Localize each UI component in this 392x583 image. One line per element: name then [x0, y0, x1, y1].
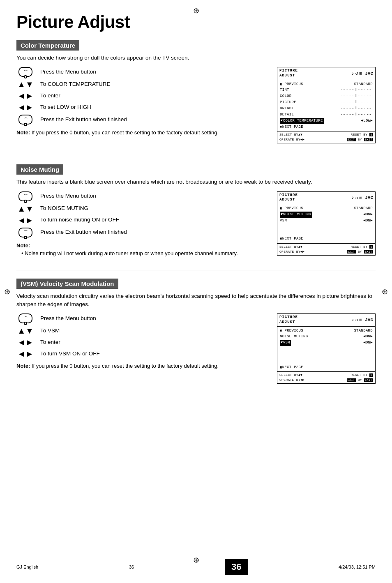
instruction-row-1: ▲▼To COLOR TEMPERATURE	[16, 80, 265, 88]
right-crosshair: ⊕	[382, 287, 388, 296]
page-number: 36	[225, 559, 248, 575]
instruction-text-2: To enter	[40, 92, 60, 100]
instruction-row-0: ⌒Press the Menu button	[16, 67, 265, 77]
footer-left: GJ English	[16, 565, 38, 569]
page-title: Picture Adjust	[16, 12, 376, 32]
note-noise-muting: Note:Noise muting will not work during a…	[16, 242, 265, 258]
page-footer: GJ English 36 36 4/24/03, 12:51 PM	[16, 559, 376, 575]
instruction-row-2: ◄►To enter	[16, 338, 265, 346]
instruction-text-3: Press the Exit button when finished	[40, 228, 127, 236]
instruction-row-2: ◄►To turn noise muting ON or OFF	[16, 216, 265, 224]
osd-display: PICTURE ADJUST♪↺⊞JVC▣ PREVIOUSSTANDARD☛N…	[277, 191, 376, 256]
instruction-text-2: To turn noise muting ON or OFF	[40, 216, 119, 224]
instruction-text-3: To turn VSM ON or OFF	[40, 350, 100, 358]
instruction-row-3: ◄►To set LOW or HIGH	[16, 103, 265, 111]
instruction-text-0: Press the Menu button	[40, 192, 96, 200]
osd-display: PICTURE ADJUST♪↺⊞JVC▣ PREVIOUSSTANDARDNO…	[277, 313, 376, 384]
instruction-row-0: ⌒Press the Menu button	[16, 191, 265, 201]
instruction-row-3: ⌒Press the Exit button when finished	[16, 228, 265, 237]
section-noise-muting: Noise MutingThis feature inserts a blank…	[16, 164, 376, 257]
instruction-text-0: Press the Menu button	[40, 68, 96, 76]
section-vsm: (VSM) Velocity Scan ModulationVelocity s…	[16, 279, 376, 384]
osd-display: PICTURE ADJUST♪↺⊞JVC▣ PREVIOUSSTANDARDTI…	[277, 67, 376, 143]
instruction-text-1: To COLOR TEMPERATURE	[40, 81, 111, 88]
section-desc-color-temperature: You can decide how strong or dull the co…	[16, 54, 376, 62]
instruction-row-2: ◄►To enter	[16, 92, 265, 100]
footer-right: 4/24/03, 12:51 PM	[339, 565, 376, 569]
instruction-row-3: ◄►To turn VSM ON or OFF	[16, 350, 265, 358]
instruction-icon-0: ⌒	[16, 191, 35, 201]
instruction-icon-4: ⌒	[16, 115, 35, 124]
instruction-icon-3: ⌒	[16, 228, 35, 237]
note-vsm: Note: If you press the 0 button, you can…	[16, 362, 265, 370]
instruction-text-2: To enter	[40, 339, 60, 346]
section-header-color-temperature: Color Temperature	[16, 40, 79, 51]
instruction-text-1: To NOISE MUTING	[40, 205, 88, 212]
instruction-icon-3: ◄►	[16, 350, 35, 358]
note-color-temperature: Note: If you press the 0 button, you can…	[16, 129, 265, 137]
instruction-icon-2: ◄►	[16, 216, 35, 224]
instruction-row-1: ▲▼To VSM	[16, 327, 265, 335]
instruction-text-1: To VSM	[40, 327, 60, 335]
instruction-icon-0: ⌒	[16, 313, 35, 323]
instruction-icon-2: ◄►	[16, 338, 35, 346]
instruction-text-0: Press the Menu button	[40, 315, 96, 323]
instruction-row-4: ⌒Press the Exit button when finished	[16, 115, 265, 124]
top-crosshair: ⊕	[193, 6, 199, 15]
instruction-row-1: ▲▼To NOISE MUTING	[16, 205, 265, 213]
instruction-row-0: ⌒Press the Menu button	[16, 313, 265, 323]
instruction-icon-3: ◄►	[16, 103, 35, 111]
instruction-icon-2: ◄►	[16, 92, 35, 100]
section-desc-vsm: Velocity scan modulation circuitry varie…	[16, 292, 376, 309]
section-header-vsm: (VSM) Velocity Scan Modulation	[16, 279, 118, 289]
instruction-text-3: To set LOW or HIGH	[40, 104, 91, 111]
instruction-icon-0: ⌒	[16, 67, 35, 77]
instruction-icon-1: ▲▼	[16, 80, 35, 88]
instruction-icon-1: ▲▼	[16, 327, 35, 335]
instruction-icon-1: ▲▼	[16, 205, 35, 213]
section-color-temperature: Color TemperatureYou can decide how stro…	[16, 40, 376, 143]
section-desc-noise-muting: This feature inserts a blank blue screen…	[16, 178, 376, 186]
left-crosshair: ⊕	[4, 287, 10, 296]
footer-center: 36	[129, 565, 134, 569]
instruction-text-4: Press the Exit button when finished	[40, 116, 127, 124]
section-header-noise-muting: Noise Muting	[16, 164, 63, 175]
